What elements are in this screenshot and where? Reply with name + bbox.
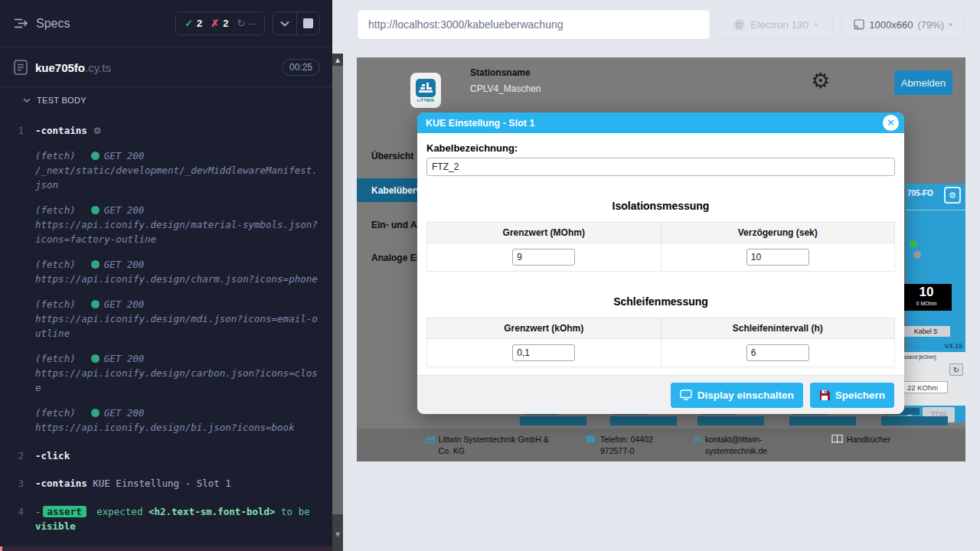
fetch-label: (fetch) (35, 148, 76, 163)
fetch-label: (fetch) (35, 351, 76, 366)
footer-manuals[interactable]: Handbücher (831, 434, 890, 445)
command-assert[interactable]: 4 -assert expected <h2.text-sm.font-bold… (0, 504, 332, 534)
column-header: Schleifenintervall (h) (661, 318, 895, 339)
status-dot-icon (91, 409, 100, 417)
screen: Specs ✓2 ✗2 ↻-- kue705fo.cy.ts 00:25 (0, 0, 980, 551)
status-dot-icon (91, 354, 100, 363)
command-click[interactable]: 2 -click (0, 448, 332, 464)
url-bar[interactable] (357, 9, 710, 40)
test-body-toggle[interactable]: TEST BODY (0, 87, 332, 108)
command-name: -contains (35, 125, 87, 136)
modal-body: Kabelbezeichnung: Isolationsmessung Gren… (417, 133, 904, 367)
isolation-table: Grenzwert (MOhm) Verzögerung (sek) (426, 222, 895, 272)
stat-failed: ✗2 (211, 18, 228, 29)
display-on-button[interactable]: Display einschalten (671, 383, 803, 408)
refresh-icon[interactable]: ↻ (949, 364, 963, 376)
book-icon (831, 434, 843, 444)
status-dot-icon (91, 260, 100, 269)
device-settings-gear-icon[interactable]: ⚙ (944, 187, 961, 204)
device-name: 705-FO (907, 189, 933, 197)
loop-interval-input[interactable] (746, 344, 809, 361)
fetch-label: (fetch) (35, 257, 76, 272)
cable-chip: Kabel 5 (901, 326, 950, 337)
fetch-log: (fetch)GET 200 https://api.iconify.desig… (0, 257, 332, 287)
browser-selector[interactable]: Electron 130 ▾ (718, 9, 833, 40)
panel-label: stand [kOhm] (904, 354, 936, 360)
firmware-version: V4.19 (944, 342, 962, 350)
footer-company: Littwin Systemtechnik GmbH & Co. KG (426, 434, 562, 457)
footer-email[interactable]: ✉ kontakt@littwin-systemtechnik.de (694, 434, 779, 457)
stop-icon (303, 18, 313, 28)
modal-header: KUE Einstellung - Slot 1 × (417, 112, 904, 133)
assert-badge: assert (43, 506, 87, 517)
loop-limit-input[interactable] (512, 344, 575, 361)
aut-panel: Electron 130 ▾ 1000x660 (79%) ▾ LITTWIN … (343, 0, 980, 551)
fetch-log: (fetch)GET 200 https://api.iconify.desig… (0, 297, 332, 341)
sidebar-item-ein-und-ausgaenge[interactable]: Ein- und Au (371, 220, 423, 230)
station-label: Stationsname (470, 67, 541, 78)
fetch-status: GET 200 (104, 148, 145, 163)
command-contains-3[interactable]: 3 -contains KUE Einstellung - Slot 1 (0, 476, 332, 491)
fetch-log: (fetch)GET 200 https://api.iconify.desig… (0, 203, 332, 247)
scroll-down-icon[interactable]: ▼ (332, 530, 343, 540)
scroll-up-icon[interactable]: ▲ (332, 55, 343, 66)
reporter-scrollbar[interactable]: ▲ ▼ (332, 54, 343, 551)
logout-button[interactable]: Abmelden (894, 70, 952, 95)
fetch-url: https://api.iconify.design/bi.json?icons… (35, 422, 295, 433)
iso-delay-input[interactable] (746, 249, 809, 266)
modal-title: KUE Einstellung - Slot 1 (426, 118, 534, 129)
settings-gear-icon[interactable]: ⚙ (811, 68, 830, 93)
station-value: CPLV4_Maschen (470, 83, 541, 94)
column-header: Grenzwert (kOhm) (427, 318, 662, 339)
save-button[interactable]: Speichern (810, 383, 894, 408)
chevron-down-icon (23, 98, 31, 103)
test-stats: ✓2 ✗2 ↻-- (175, 11, 265, 35)
fetch-status: GET 200 (104, 297, 145, 311)
collapse-button[interactable] (273, 12, 296, 34)
close-icon[interactable]: × (883, 115, 899, 131)
scrollbar-thumb[interactable] (332, 66, 343, 514)
kue-settings-modal: KUE Einstellung - Slot 1 × Kabelbezeichn… (417, 112, 904, 414)
specs-menu-icon[interactable] (14, 18, 28, 29)
command-name: -click (35, 450, 70, 461)
command-number: 4 (0, 504, 35, 534)
save-floppy-icon (819, 390, 830, 400)
footer-phone[interactable]: ☎ Telefon: 04402 972577-0 (585, 434, 671, 457)
assert-selector: <h2.text-sm.font-bold> (149, 506, 276, 517)
status-green-icon (910, 240, 917, 248)
fetch-log: (fetch)GET 200 https://api.iconify.desig… (0, 351, 332, 396)
device-panel: stand [kOhm] ↻ 22 KOhm (901, 352, 965, 406)
app-under-test: LITTWIN Stationsname CPLV4_Maschen ⚙ Abm… (357, 57, 965, 461)
column-header: Verzögerung (sek) (661, 223, 895, 243)
fetch-status: GET 200 (104, 351, 145, 366)
littwin-logo: LITTWIN (410, 73, 441, 108)
url-input[interactable] (368, 18, 699, 31)
loop-table: Grenzwert (kOhm) Schleifenintervall (h) (426, 318, 895, 367)
fetch-status: GET 200 (104, 203, 145, 217)
iso-limit-input[interactable] (512, 249, 575, 266)
command-contains-failed[interactable]: 5 -contains × 0 (0, 546, 332, 551)
panel-value: 22 KOhm (903, 381, 948, 393)
stop-button[interactable] (296, 12, 319, 34)
fetch-log: (fetch)GET 200 /_next/static/development… (0, 148, 332, 193)
sidebar-item-analoge-eingaenge[interactable]: Analoge Ei (371, 253, 419, 263)
cypress-toolbar: Electron 130 ▾ 1000x660 (79%) ▾ (343, 0, 980, 40)
viewport-selector[interactable]: 1000x660 (79%) ▾ (841, 9, 965, 40)
command-contains-1[interactable]: 1 -contains⚙ (0, 123, 332, 139)
command-argument: KUE Einstellung - Slot 1 (87, 478, 231, 489)
phone-icon: ☎ (585, 434, 596, 457)
sidebar-item-uebersicht[interactable]: Übersicht (371, 151, 413, 161)
logo-text: LITTWIN (417, 98, 434, 103)
pass-check-icon: ✓ (185, 18, 193, 29)
cable-name-input[interactable] (426, 158, 895, 176)
stat-pending: ↻-- (237, 18, 256, 29)
email-icon: ✉ (694, 434, 701, 457)
spec-duration: 00:25 (282, 59, 320, 76)
fail-x-icon: ✗ (211, 18, 219, 29)
fetch-url: https://api.iconify.design/carbon.json?i… (35, 367, 318, 393)
spec-row[interactable]: kue705fo.cy.ts 00:25 (0, 47, 332, 86)
spec-file-icon (14, 60, 28, 75)
chevron-down-icon: ▾ (949, 21, 952, 28)
run-controls (273, 11, 320, 35)
test-body-label: TEST BODY (37, 96, 87, 105)
